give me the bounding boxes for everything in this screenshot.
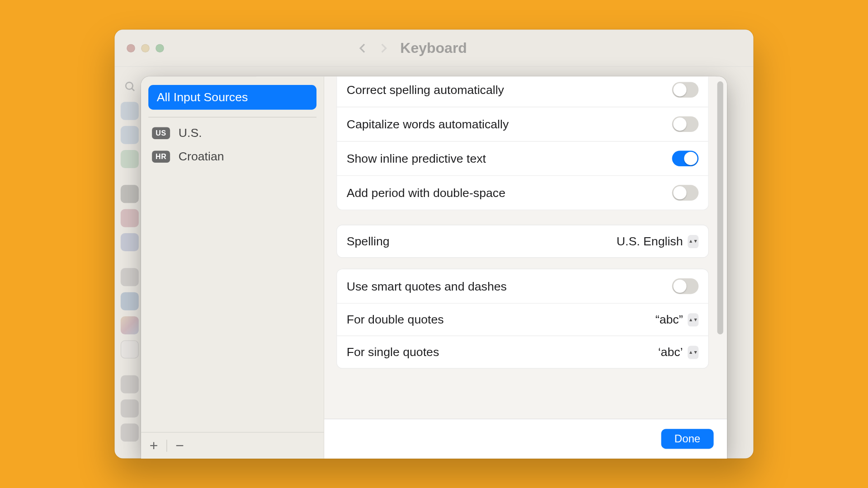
toggle-predictive[interactable] bbox=[672, 150, 699, 166]
toggle-correct-spelling[interactable] bbox=[672, 82, 699, 98]
setting-label: Show inline predictive text bbox=[347, 151, 486, 165]
all-input-sources-item[interactable]: All Input Sources bbox=[148, 85, 316, 110]
chevron-updown-icon: ▲▼ bbox=[688, 235, 698, 248]
double-quotes-select[interactable]: “abc” ▲▼ bbox=[656, 313, 698, 327]
system-settings-window: Keyboard All Input Sources US bbox=[115, 29, 754, 458]
row-predictive: Show inline predictive text bbox=[337, 141, 708, 175]
setting-label: Add period with double-space bbox=[347, 186, 505, 200]
single-quotes-value: ‘abc’ bbox=[658, 345, 683, 359]
input-source-item-hr[interactable]: HR Croatian bbox=[148, 145, 316, 168]
add-input-source-button[interactable]: + bbox=[150, 438, 158, 453]
settings-group-spelling: Spelling U.S. English ▲▼ bbox=[336, 225, 709, 258]
setting-label: Use smart quotes and dashes bbox=[347, 279, 507, 293]
row-double-quotes: For double quotes “abc” ▲▼ bbox=[337, 303, 708, 336]
input-source-settings: Correct spelling automatically Capitaliz… bbox=[324, 76, 726, 458]
row-spelling: Spelling U.S. English ▲▼ bbox=[337, 225, 708, 258]
input-sources-footer: + − bbox=[141, 432, 324, 459]
setting-label: For double quotes bbox=[347, 313, 444, 327]
row-smart-quotes: Use smart quotes and dashes bbox=[337, 269, 708, 303]
sheet-footer: Done bbox=[324, 419, 726, 459]
toggle-smart-quotes[interactable] bbox=[672, 278, 699, 294]
settings-group-quotes: Use smart quotes and dashes For double q… bbox=[336, 269, 709, 369]
toggle-capitalize[interactable] bbox=[672, 116, 699, 132]
setting-label: Spelling bbox=[347, 235, 390, 249]
single-quotes-select[interactable]: ‘abc’ ▲▼ bbox=[658, 345, 698, 359]
row-double-space: Add period with double-space bbox=[337, 175, 708, 210]
input-sources-sheet: All Input Sources US U.S. HR Croatian + … bbox=[141, 76, 727, 458]
row-single-quotes: For single quotes ‘abc’ ▲▼ bbox=[337, 336, 708, 368]
input-source-code: US bbox=[152, 127, 170, 139]
scrollbar[interactable] bbox=[717, 81, 723, 334]
settings-scroll: Correct spelling automatically Capitaliz… bbox=[324, 76, 726, 418]
input-source-name: U.S. bbox=[179, 126, 202, 140]
divider bbox=[148, 117, 316, 117]
input-source-item-us[interactable]: US U.S. bbox=[148, 121, 316, 145]
spelling-select[interactable]: U.S. English ▲▼ bbox=[617, 235, 698, 249]
row-correct-spelling: Correct spelling automatically bbox=[337, 76, 708, 107]
setting-label: Capitalize words automatically bbox=[347, 117, 509, 131]
input-source-name: Croatian bbox=[179, 150, 224, 164]
divider bbox=[166, 440, 167, 452]
row-capitalize: Capitalize words automatically bbox=[337, 107, 708, 141]
setting-label: For single quotes bbox=[347, 345, 439, 359]
input-sources-list: All Input Sources US U.S. HR Croatian + … bbox=[141, 76, 324, 458]
remove-input-source-button[interactable]: − bbox=[175, 438, 184, 453]
input-source-code: HR bbox=[152, 150, 170, 163]
settings-group-typing: Correct spelling automatically Capitaliz… bbox=[336, 76, 709, 210]
chevron-updown-icon: ▲▼ bbox=[688, 346, 698, 359]
setting-label: Correct spelling automatically bbox=[347, 83, 504, 97]
double-quotes-value: “abc” bbox=[656, 313, 683, 327]
done-button[interactable]: Done bbox=[661, 429, 713, 449]
chevron-updown-icon: ▲▼ bbox=[688, 313, 698, 326]
spelling-value: U.S. English bbox=[617, 235, 683, 249]
all-input-sources-label: All Input Sources bbox=[157, 90, 248, 103]
toggle-double-space[interactable] bbox=[672, 185, 699, 201]
